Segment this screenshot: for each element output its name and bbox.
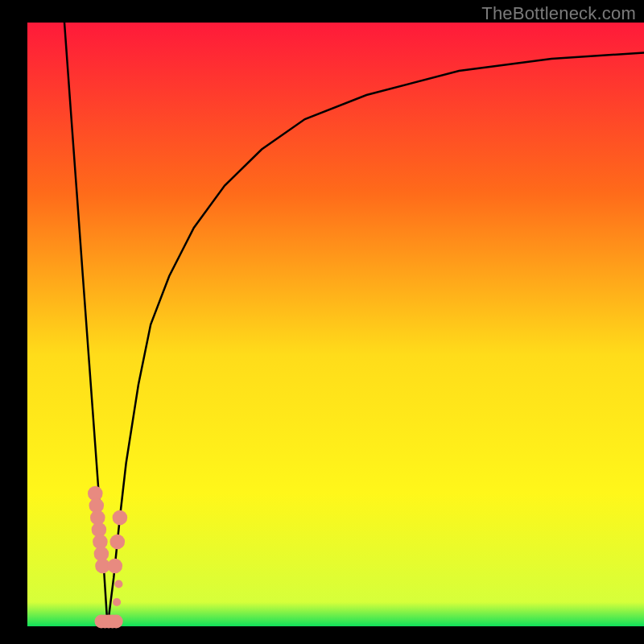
marker-right-dot-a	[114, 580, 122, 588]
marker-right-cluster	[113, 510, 128, 526]
marker-right-cluster	[108, 559, 123, 574]
chart-frame: TheBottleneck.com	[0, 0, 644, 644]
marker-right-dot-b	[113, 598, 121, 606]
chart-canvas	[0, 0, 644, 644]
marker-right-cluster	[110, 535, 126, 550]
marker-bottom-bar	[109, 615, 123, 629]
watermark-text: TheBottleneck.com	[481, 3, 636, 24]
